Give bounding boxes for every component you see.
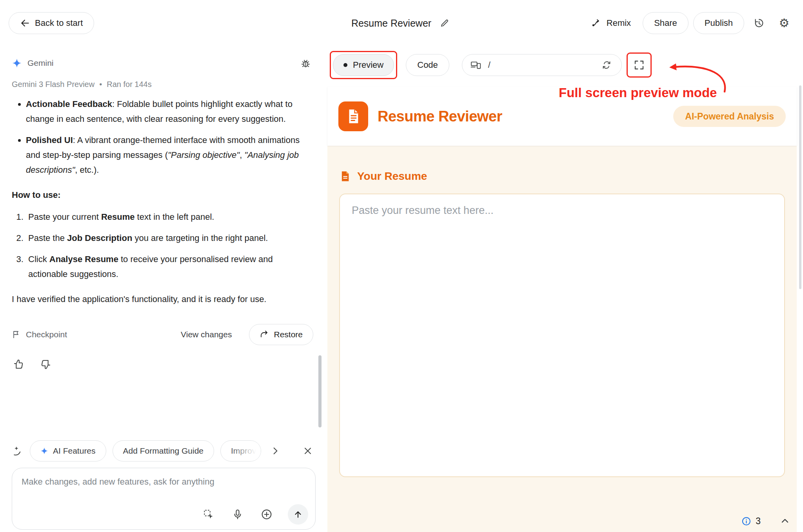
pencil-icon [440, 18, 449, 28]
select-area-icon [203, 508, 214, 520]
thumbs-down-button[interactable] [39, 358, 53, 371]
history-icon [754, 18, 765, 29]
provider-label: Gemini [27, 58, 54, 68]
app-body: Your Resume [327, 146, 797, 532]
run-duration: Ran for 144s [107, 80, 152, 89]
chevron-up-icon [779, 516, 790, 527]
send-button[interactable] [288, 504, 308, 525]
resume-section-header: Your Resume [339, 170, 785, 183]
publish-label: Publish [705, 18, 733, 28]
chip-improve[interactable]: Improve [220, 440, 261, 461]
thumbs-up-button[interactable] [12, 358, 25, 371]
restore-icon [260, 330, 269, 339]
close-icon [302, 445, 313, 456]
model-line: Gemini 3 Flash Preview • Ran for 144s [12, 80, 316, 89]
preview-scrollbar[interactable] [799, 85, 801, 289]
chevron-right-icon [270, 446, 280, 456]
debug-button[interactable] [295, 53, 316, 73]
attach-button[interactable] [259, 507, 274, 522]
feature-text: , [240, 150, 244, 160]
chat-header: Gemini [12, 46, 316, 80]
resume-textarea[interactable] [339, 194, 785, 477]
settings-button[interactable]: ⚙ [774, 13, 794, 33]
topbar: Back to start Resume Reviewer Remix Shar… [0, 0, 803, 46]
back-to-start-button[interactable]: Back to start [9, 12, 94, 34]
share-button[interactable]: Share [643, 12, 689, 34]
preview-path: / [488, 60, 491, 70]
ai-powered-badge: AI-Powered Analysis [673, 106, 786, 127]
chip-label: Add Formatting Guide [123, 446, 203, 456]
remix-label: Remix [607, 18, 631, 28]
chat-input[interactable] [22, 477, 306, 506]
preview-url-bar[interactable]: / [462, 54, 622, 76]
microphone-icon [232, 508, 243, 520]
info-icon [741, 516, 752, 527]
step-bold: Job Description [67, 233, 132, 243]
app-title: Resume Reviewer [378, 108, 502, 125]
devices-icon [470, 60, 481, 71]
refresh-preview-button[interactable] [600, 58, 614, 72]
assistant-message: Actionable Feedback: Foldable bullet poi… [12, 97, 316, 371]
feature-title: Actionable Feedback [26, 99, 112, 109]
history-button[interactable] [749, 13, 769, 33]
rename-project-button[interactable] [438, 16, 452, 30]
step-bold: Analyse Resume [49, 254, 118, 264]
steps-list: Paste your current Resume text in the le… [12, 210, 313, 282]
remix-icon [592, 18, 602, 28]
step-item: Paste your current Resume text in the le… [26, 210, 313, 224]
thumbs-down-icon [40, 358, 52, 370]
step-text: Paste the [28, 233, 67, 243]
voice-input-button[interactable] [230, 507, 245, 522]
app-logo [338, 101, 368, 131]
gemini-icon [12, 58, 22, 68]
feedback-row [12, 358, 313, 371]
preview-panel: Preview Code / [327, 46, 803, 532]
model-separator: • [99, 80, 102, 89]
step-bold: Resume [101, 212, 135, 222]
topbar-actions: Remix Share Publish ⚙ [585, 12, 794, 34]
resume-section-title: Your Resume [357, 170, 427, 183]
step-text: text in the left panel. [134, 212, 214, 222]
restore-button[interactable]: Restore [249, 324, 313, 345]
resume-doc-icon [339, 170, 351, 182]
app-window: Back to start Resume Reviewer Remix Shar… [0, 0, 803, 532]
chips-close-button[interactable] [300, 443, 316, 459]
issues-counter[interactable]: 3 [741, 516, 761, 527]
feature-item: Actionable Feedback: Foldable bullet poi… [26, 97, 313, 127]
gear-icon: ⚙ [779, 17, 790, 29]
chat-footer: AI Features Add Formatting Guide Improve [0, 440, 327, 532]
chat-scrollbar[interactable] [318, 355, 322, 427]
step-item: Paste the Job Description you are target… [26, 231, 313, 246]
plus-circle-icon [260, 508, 273, 521]
restore-label: Restore [274, 330, 303, 339]
publish-button[interactable]: Publish [693, 12, 744, 34]
checkpoint-label: Checkpoint [26, 327, 67, 342]
flag-icon [12, 330, 21, 339]
app-preview: Resume Reviewer AI-Powered Analysis Your… [327, 87, 797, 532]
chip-ai-features[interactable]: AI Features [30, 440, 106, 461]
remix-button[interactable]: Remix [585, 12, 638, 34]
feature-title: Polished UI [26, 135, 73, 145]
step-text: Click [28, 254, 49, 264]
chat-input-card [12, 468, 316, 530]
project-title: Resume Reviewer [351, 18, 431, 29]
select-element-button[interactable] [201, 507, 216, 522]
gemini-spark-icon [40, 447, 48, 455]
chip-add-formatting-guide[interactable]: Add Formatting Guide [113, 440, 214, 461]
step-text: you are targeting in the right panel. [132, 233, 268, 243]
step-text: Paste your current [28, 212, 101, 222]
view-changes-button[interactable]: View changes [181, 330, 232, 339]
tab-preview-label: Preview [353, 60, 383, 70]
model-name: Gemini 3 Flash Preview [12, 80, 94, 89]
back-to-start-label: Back to start [35, 18, 83, 28]
collapse-panel-button[interactable] [777, 513, 793, 529]
how-to-use-heading: How to use: [12, 188, 313, 203]
chips-scroll-right-button[interactable] [267, 443, 283, 459]
tab-preview[interactable]: Preview [333, 54, 394, 76]
chip-label: AI Features [53, 446, 96, 456]
feature-text-italic: "Parsing objective" [168, 150, 240, 160]
share-label: Share [654, 18, 677, 28]
back-arrow-icon [20, 18, 30, 28]
feature-list: Actionable Feedback: Foldable bullet poi… [12, 97, 313, 177]
tab-code[interactable]: Code [406, 54, 449, 76]
